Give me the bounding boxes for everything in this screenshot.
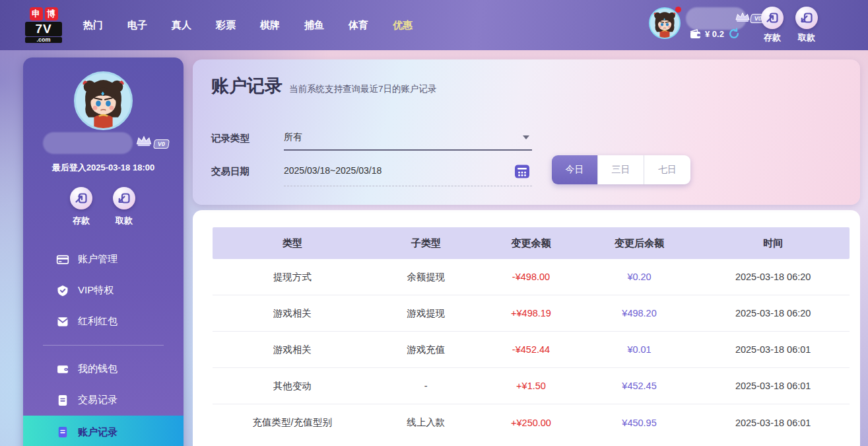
sidebar-deposit-button[interactable] bbox=[70, 187, 92, 209]
cell-subtype: 游戏充值 bbox=[372, 344, 480, 356]
cell-subtype: 余额提现 bbox=[372, 271, 480, 283]
cell-type: 充值类型/充值型别 bbox=[213, 416, 372, 429]
cell-change-amount: +¥1.50 bbox=[480, 381, 582, 391]
cell-change-amount: -¥452.44 bbox=[480, 344, 582, 355]
cell-time: 2025-03-18 06:01 bbox=[696, 418, 850, 428]
deposit-button-label[interactable]: 存款 bbox=[759, 32, 785, 44]
cell-type: 其他变动 bbox=[213, 380, 372, 392]
cell-time: 2025-03-18 06:01 bbox=[696, 381, 850, 391]
nav-item-promotions[interactable]: 优惠 bbox=[393, 19, 413, 32]
page-subtitle: 当前系统支持查询最近7日的账户记录 bbox=[289, 83, 437, 95]
record-type-select[interactable]: 所有 bbox=[284, 126, 532, 151]
vip-shield-icon bbox=[56, 284, 69, 297]
sidebar-menu: 账户管理 VIP特权 红利红包 我的钱包 bbox=[23, 244, 184, 446]
sidebar-item-bonus-redpacket[interactable]: 红利红包 bbox=[23, 306, 184, 337]
sidebar-item-my-wallet[interactable]: 我的钱包 bbox=[23, 353, 184, 385]
col-header-type: 类型 bbox=[213, 237, 372, 250]
cell-change-amount: +¥498.19 bbox=[480, 308, 582, 318]
withdraw-button-label[interactable]: 取款 bbox=[793, 32, 820, 44]
table-row: 游戏相关 游戏提现 +¥498.19 ¥498.20 2025-03-18 06… bbox=[213, 295, 850, 332]
cell-time: 2025-03-18 06:20 bbox=[696, 272, 850, 282]
sidebar-username-blurred bbox=[43, 132, 133, 154]
sidebar-vip-crown-icon bbox=[135, 135, 152, 147]
sidebar: V0 最后登入2025-03-18 18:00 存款 取款 账户管理 VIP特权 bbox=[23, 57, 184, 446]
table-row: 其他变动 - +¥1.50 ¥452.45 2025-03-18 06:01 bbox=[213, 368, 850, 404]
nav-item-fishing[interactable]: 捕鱼 bbox=[304, 19, 324, 32]
calendar-icon[interactable] bbox=[514, 163, 531, 180]
date-range-label: 交易日期 bbox=[211, 165, 250, 178]
cell-after-balance: ¥498.20 bbox=[582, 308, 697, 318]
sidebar-deposit-label[interactable]: 存款 bbox=[68, 215, 94, 227]
refresh-icon[interactable] bbox=[728, 28, 740, 40]
date-range-input[interactable]: 2025/03/18~2025/03/18 bbox=[284, 159, 532, 186]
notification-dot bbox=[675, 7, 681, 13]
range-button-seven-day[interactable]: 七日 bbox=[644, 155, 690, 184]
vip-crown-icon bbox=[735, 11, 751, 23]
date-range-value: 2025/03/18~2025/03/18 bbox=[284, 159, 532, 182]
sidebar-item-account-management[interactable]: 账户管理 bbox=[23, 244, 184, 275]
balance-amount: ¥ 0.2 bbox=[705, 29, 724, 39]
nav-item-lottery[interactable]: 彩票 bbox=[216, 19, 236, 32]
table-header-row: 类型 子类型 变更余额 变更后余额 时间 bbox=[213, 227, 850, 259]
cell-time: 2025-03-18 06:01 bbox=[696, 344, 850, 355]
main-content: 账户记录 当前系统支持查询最近7日的账户记录 记录类型 所有 交易日期 2025… bbox=[193, 59, 860, 446]
sidebar-user-avatar[interactable] bbox=[74, 71, 133, 130]
user-avatar[interactable] bbox=[649, 7, 681, 39]
cell-type: 游戏相关 bbox=[213, 344, 372, 356]
deposit-arrow-icon bbox=[73, 190, 89, 206]
col-header-change: 变更余额 bbox=[480, 237, 582, 250]
last-login-text: 最后登入2025-03-18 18:00 bbox=[23, 162, 184, 174]
cell-subtype: - bbox=[372, 381, 480, 391]
navbar-account-area: V0 ¥ 0.2 存款 取款 bbox=[630, 0, 868, 50]
nav-item-live[interactable]: 真人 bbox=[172, 19, 191, 32]
sidebar-withdraw-button[interactable] bbox=[113, 187, 135, 209]
records-table-card: 类型 子类型 变更余额 变更后余额 时间 提现方式 余额提现 -¥498.00 … bbox=[193, 210, 860, 446]
record-type-value: 所有 bbox=[284, 126, 532, 148]
cell-after-balance: ¥452.45 bbox=[582, 381, 697, 391]
records-header-card: 账户记录 当前系统支持查询最近7日的账户记录 记录类型 所有 交易日期 2025… bbox=[193, 59, 860, 205]
record-type-label: 记录类型 bbox=[211, 132, 250, 145]
balance-row: ¥ 0.2 bbox=[690, 28, 740, 40]
nav-item-chess[interactable]: 棋牌 bbox=[260, 19, 280, 32]
table-row: 充值类型/充值型别 线上入款 +¥250.00 ¥450.95 2025-03-… bbox=[213, 404, 850, 441]
cell-after-balance: ¥0.01 bbox=[582, 344, 697, 355]
col-header-subtype: 子类型 bbox=[372, 237, 480, 250]
nav-item-slots[interactable]: 电子 bbox=[127, 19, 147, 32]
withdraw-arrow-icon bbox=[116, 190, 132, 206]
logo-char-2: 博 bbox=[45, 7, 58, 20]
withdraw-button[interactable] bbox=[795, 7, 818, 29]
sidebar-divider bbox=[43, 345, 164, 346]
document-icon bbox=[56, 426, 69, 439]
account-records-table: 类型 子类型 变更余额 变更后余额 时间 提现方式 余额提现 -¥498.00 … bbox=[213, 227, 850, 441]
top-navbar: 申 博 7V .com 热门 电子 真人 彩票 棋牌 捕鱼 体育 优惠 V0 bbox=[0, 0, 868, 50]
cell-type: 提现方式 bbox=[213, 271, 372, 283]
red-envelope-icon bbox=[56, 315, 69, 328]
chevron-down-icon bbox=[523, 135, 529, 139]
cell-subtype: 线上入款 bbox=[372, 416, 480, 429]
bank-card-icon bbox=[56, 253, 69, 266]
sidebar-item-account-records[interactable]: 账户记录 bbox=[23, 416, 184, 446]
deposit-button[interactable] bbox=[761, 7, 784, 29]
brand-logo[interactable]: 申 博 7V .com bbox=[25, 7, 62, 43]
date-range-quick-buttons: 今日 三日 七日 bbox=[552, 155, 690, 184]
document-icon bbox=[56, 394, 69, 407]
wallet-icon bbox=[56, 363, 69, 376]
logo-main-text: 7V bbox=[25, 22, 62, 36]
nav-item-sports[interactable]: 体育 bbox=[349, 19, 368, 32]
table-row: 提现方式 余额提现 -¥498.00 ¥0.20 2025-03-18 06:2… bbox=[213, 259, 850, 295]
sidebar-withdraw-label[interactable]: 取款 bbox=[111, 215, 137, 227]
sidebar-item-vip-privilege[interactable]: VIP特权 bbox=[23, 275, 184, 306]
logo-suffix-text: .com bbox=[25, 37, 62, 43]
range-button-today[interactable]: 今日 bbox=[552, 155, 598, 184]
cell-type: 游戏相关 bbox=[213, 307, 372, 320]
table-row: 游戏相关 游戏充值 -¥452.44 ¥0.01 2025-03-18 06:0… bbox=[213, 332, 850, 368]
sidebar-item-transaction-records[interactable]: 交易记录 bbox=[23, 385, 184, 416]
withdraw-arrow-icon bbox=[799, 10, 815, 26]
range-button-three-day[interactable]: 三日 bbox=[598, 155, 644, 184]
nav-item-hot[interactable]: 热门 bbox=[83, 19, 103, 32]
cell-subtype: 游戏提现 bbox=[372, 307, 480, 320]
cell-change-amount: -¥498.00 bbox=[480, 272, 582, 282]
cell-after-balance: ¥0.20 bbox=[582, 272, 697, 282]
col-header-time: 时间 bbox=[696, 237, 850, 250]
main-nav: 热门 电子 真人 彩票 棋牌 捕鱼 体育 优惠 bbox=[83, 19, 413, 32]
